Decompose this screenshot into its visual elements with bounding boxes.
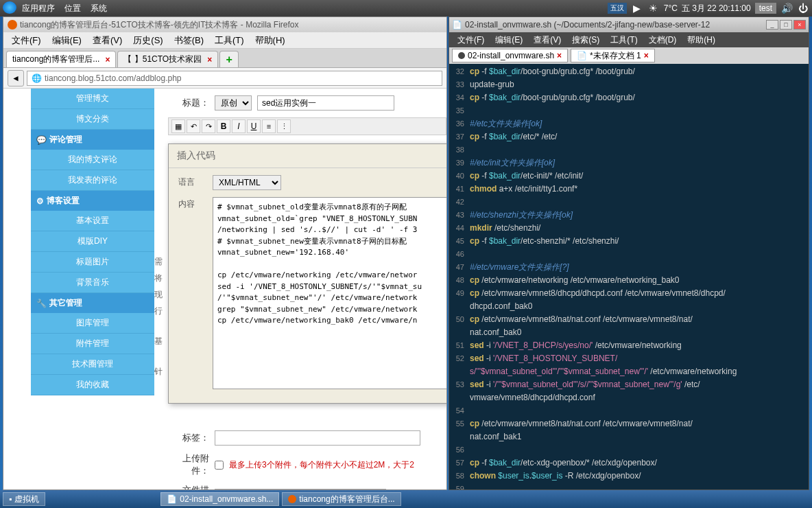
menu-system[interactable]: 系统 xyxy=(86,1,111,16)
sidebar-item[interactable]: 背景音乐 xyxy=(31,273,154,293)
firefox-icon xyxy=(8,20,17,30)
system-tray: 五汉 ▶ ☀ 7°C 五 3月 22 20:11:00 test 🔊 ⏻ xyxy=(608,2,809,14)
ff-menu-file[interactable]: 文件(F) xyxy=(6,33,47,48)
ime-badge[interactable]: 五汉 xyxy=(608,3,627,14)
tb-italic[interactable]: I xyxy=(232,119,246,133)
url-bar[interactable]: 🌐 tiancong.blog.51cto.com/addblog.php xyxy=(27,71,442,86)
firefox-tab-add[interactable]: + xyxy=(219,51,239,67)
code-lines[interactable]: cp -f $bak_dir/boot-grub/grub.cfg* /boot… xyxy=(467,64,809,489)
weather-icon: ☀ xyxy=(647,2,660,14)
close-icon[interactable]: × xyxy=(644,51,649,60)
volume-icon[interactable]: 🔊 xyxy=(780,2,793,14)
editor-tab-1[interactable]: 02-install_onvmware.sh× xyxy=(452,49,568,62)
desc-input[interactable] xyxy=(215,489,386,489)
ed-menu-tools[interactable]: 工具(T) xyxy=(605,33,643,47)
comment-icon: 💬 xyxy=(36,135,47,145)
tb-redo[interactable]: ↷ xyxy=(202,119,215,133)
close-button[interactable]: × xyxy=(793,20,806,30)
upload-hint: 最多上传3个附件，每个附件大小不超过2M，大于2 xyxy=(229,459,414,471)
title-input[interactable] xyxy=(257,95,394,111)
firefox-titlebar[interactable]: tiancong的博客管理后台-51CTO技术博客-领先的IT技术博客 - Mo… xyxy=(3,17,446,32)
ff-menu-help[interactable]: 帮助(H) xyxy=(250,33,291,48)
start-icon[interactable] xyxy=(3,1,16,14)
wrench-icon: 🔧 xyxy=(36,299,47,308)
ff-menu-view[interactable]: 查看(V) xyxy=(87,33,128,48)
sidebar-item[interactable]: 博文分类 xyxy=(31,109,154,130)
ed-menu-docs[interactable]: 文档(D) xyxy=(643,33,682,47)
tag-label: 标签： xyxy=(168,432,209,444)
editor-tab-2[interactable]: 📄*未保存文档 1× xyxy=(571,49,655,62)
sidebar-item[interactable]: 附件管理 xyxy=(31,334,154,354)
lang-select[interactable]: XML/HTML xyxy=(213,175,281,190)
doc-icon: 📄 xyxy=(577,51,587,60)
gedit-window: 📄 02-install_onvmware.sh (~/Documents/2-… xyxy=(449,16,809,490)
blog-sidebar: 管理博文 博文分类 💬评论管理 我的博文评论 我发表的评论 ⚙博客设置 基本设置… xyxy=(31,89,154,489)
tb-underline[interactable]: U xyxy=(247,119,261,133)
sidebar-item[interactable]: 图库管理 xyxy=(31,313,154,334)
blog-main: 标题： 原创 ▦ ↶ ↷ B I U ≡ ⋮ 需 将 现 行 基 针 xyxy=(154,89,446,489)
sidebar-item[interactable]: 我的收藏 xyxy=(31,375,154,395)
firefox-navbar: ◄ 🌐 tiancong.blog.51cto.com/addblog.php xyxy=(3,68,446,89)
firefox-window: tiancong的博客管理后台-51CTO技术博客-领先的IT技术博客 - Mo… xyxy=(3,16,447,490)
back-button[interactable]: ◄ xyxy=(8,70,24,86)
firefox-icon xyxy=(288,495,296,503)
ed-menu-file[interactable]: 文件(F) xyxy=(452,33,490,47)
firefox-tab-2[interactable]: 【 】51CTO技术家园 × xyxy=(117,51,218,67)
upload-checkbox[interactable] xyxy=(215,461,224,470)
taskbar-item-editor[interactable]: 📄02-install_onvmware.sh... xyxy=(160,492,279,506)
ff-menu-edit[interactable]: 编辑(E) xyxy=(47,33,87,48)
close-icon[interactable]: × xyxy=(207,55,212,65)
vm-button[interactable]: ▪虚拟机 xyxy=(3,492,45,506)
sidebar-item[interactable]: 技术圈管理 xyxy=(31,354,154,375)
gedit-titlebar[interactable]: 📄 02-install_onvmware.sh (~/Documents/2-… xyxy=(449,17,809,32)
desc-label: 文件描述： xyxy=(168,484,209,489)
tab-dot-icon xyxy=(458,52,465,59)
sidebar-item[interactable]: 模版DIY xyxy=(31,231,154,252)
firefox-content: 管理博文 博文分类 💬评论管理 我的博文评论 我发表的评论 ⚙博客设置 基本设置… xyxy=(3,89,446,489)
tag-input[interactable] xyxy=(215,430,420,446)
maximize-button[interactable]: □ xyxy=(780,20,792,30)
user-badge[interactable]: test xyxy=(755,3,776,14)
terminal-icon: ▪ xyxy=(9,494,12,504)
sidebar-item[interactable]: 我的博文评论 xyxy=(31,150,154,170)
doc-icon: 📄 xyxy=(167,494,177,504)
firefox-tab-1[interactable]: tiancong的博客管理后... × xyxy=(6,51,116,67)
tb-source[interactable]: ▦ xyxy=(171,119,185,133)
sidebar-item[interactable]: 标题图片 xyxy=(31,252,154,273)
sidebar-header-comments[interactable]: 💬评论管理 xyxy=(31,130,154,150)
menu-apps[interactable]: 应用程序 xyxy=(18,1,59,16)
system-menu: 应用程序 位置 系统 xyxy=(3,1,111,16)
code-textarea[interactable] xyxy=(213,197,446,389)
sidebar-header-settings[interactable]: ⚙博客设置 xyxy=(31,191,154,211)
ed-menu-help[interactable]: 帮助(H) xyxy=(682,33,721,47)
ff-menu-bookmarks[interactable]: 书签(B) xyxy=(169,33,209,48)
tb-ul[interactable]: ⋮ xyxy=(277,119,291,133)
tb-undo[interactable]: ↶ xyxy=(187,119,200,133)
title-type-select[interactable]: 原创 xyxy=(215,95,252,111)
minimize-button[interactable]: _ xyxy=(766,20,778,30)
code-area[interactable]: 32 33 34 35 36 37 38 39 40 41 42 43 44 4… xyxy=(449,64,809,489)
ed-menu-view[interactable]: 查看(V) xyxy=(528,33,566,47)
title-label: 标题： xyxy=(168,97,209,109)
tb-ol[interactable]: ≡ xyxy=(262,119,276,133)
ff-menu-history[interactable]: 历史(S) xyxy=(128,33,168,48)
taskbar-item-firefox[interactable]: tiancong的博客管理后台... xyxy=(282,492,401,506)
sidebar-header-other[interactable]: 🔧其它管理 xyxy=(31,293,154,313)
gear-icon: ⚙ xyxy=(36,196,44,206)
sidebar-item[interactable]: 管理博文 xyxy=(31,89,154,109)
ed-menu-search[interactable]: 搜索(S) xyxy=(566,33,605,47)
gedit-tabstrip: 02-install_onvmware.sh× 📄*未保存文档 1× xyxy=(449,47,809,64)
ed-menu-edit[interactable]: 编辑(E) xyxy=(490,33,528,47)
ff-menu-tools[interactable]: 工具(T) xyxy=(209,33,250,48)
dialog-title: 插入代码 xyxy=(169,144,446,168)
power-icon[interactable]: ⏻ xyxy=(797,2,809,14)
sidebar-item[interactable]: 基本设置 xyxy=(31,211,154,231)
tb-bold[interactable]: B xyxy=(217,119,230,133)
close-icon[interactable]: × xyxy=(557,51,562,60)
insert-code-dialog: 插入代码 语言 XML/HTML 内容 xyxy=(168,143,446,404)
media-icon[interactable]: ▶ xyxy=(631,2,643,14)
close-icon[interactable]: × xyxy=(105,55,110,65)
sidebar-item[interactable]: 我发表的评论 xyxy=(31,170,154,191)
clock[interactable]: 五 3月 22 20:11:00 xyxy=(682,3,751,14)
menu-places[interactable]: 位置 xyxy=(60,1,85,16)
